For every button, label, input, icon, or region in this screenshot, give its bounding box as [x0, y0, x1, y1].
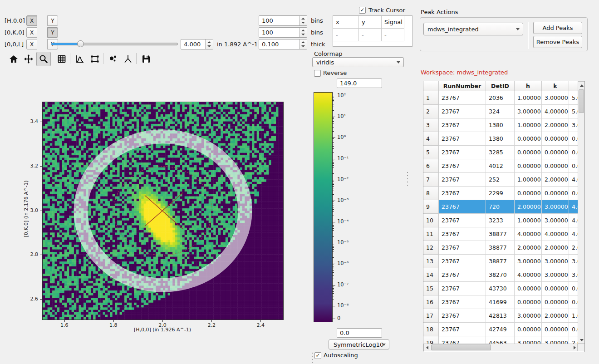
- spin-buttons[interactable]: [299, 16, 307, 25]
- scroll-up-arrow[interactable]: [580, 84, 584, 87]
- table-row[interactable]: 1723767428133.000002.000001.00000: [423, 309, 578, 323]
- peaks-table-body: 12376720361.000003.000005.00000223767324…: [423, 91, 578, 344]
- vertical-scrollbar[interactable]: [578, 81, 585, 344]
- slice-heatmap-plot[interactable]: [42, 102, 284, 320]
- dim-k-x-button[interactable]: X: [26, 27, 37, 38]
- row-number-cell: 7: [423, 173, 439, 187]
- h-column-header[interactable]: h: [515, 81, 542, 91]
- slice-value-spinbox[interactable]: 4.000: [181, 39, 213, 49]
- colorbar-minor-tick: [333, 167, 334, 167]
- l-cell: 0.00000: [569, 323, 578, 336]
- non-orthogonal-axes-button[interactable]: [106, 52, 120, 66]
- autoscaling-label: Autoscaling: [324, 352, 358, 359]
- detid-cell: 3233: [486, 214, 515, 227]
- slider-handle[interactable]: [77, 40, 84, 47]
- y-bins-spinbox[interactable]: 100: [259, 27, 307, 38]
- table-row[interactable]: 62376740120.000000.000000.00000: [423, 159, 578, 173]
- colorbar: [314, 92, 333, 322]
- table-row[interactable]: 52376732850.000000.000000.00000: [423, 146, 578, 159]
- table-row[interactable]: 42376713800.000000.000000.00000: [423, 132, 578, 146]
- bins-label: bins: [311, 17, 323, 24]
- row-number-cell: 17: [423, 309, 439, 323]
- table-row[interactable]: 1223767388772.000002.000002.00000: [423, 241, 578, 255]
- colormap-combobox[interactable]: viridis: [312, 57, 404, 67]
- save-button[interactable]: [139, 52, 153, 66]
- region-selection-button[interactable]: [88, 52, 102, 66]
- table-row[interactable]: 1123767388774.000004.000004.00000: [423, 227, 578, 241]
- detid-cell: 38877: [486, 241, 515, 255]
- home-button[interactable]: [6, 52, 21, 66]
- non-orthogonal-axes-icon: [108, 54, 118, 64]
- slice-slider[interactable]: [51, 43, 178, 45]
- horizontal-scroll-thumb[interactable]: [431, 344, 491, 350]
- track-cursor-label: Track Cursor: [368, 7, 405, 14]
- colorbar-minor-tick: [333, 163, 334, 164]
- table-row[interactable]: 1823767427490.000000.000000.00000: [423, 323, 578, 336]
- thickness-spinbox[interactable]: 0.100: [259, 39, 307, 49]
- colorbar-minor-tick: [333, 141, 334, 141]
- table-row[interactable]: 1923767445633.000003.000002.00000: [423, 336, 578, 344]
- colorbar-minor-tick: [333, 286, 334, 286]
- table-row[interactable]: 2237673243.000004.000005.00000: [423, 105, 578, 118]
- reverse-checkbox[interactable]: [314, 70, 321, 77]
- scroll-left-arrow[interactable]: [426, 346, 428, 349]
- table-row[interactable]: 1423767382704.000003.000003.00000: [423, 268, 578, 282]
- table-row[interactable]: 1323767388773.000003.000003.00000: [423, 255, 578, 268]
- peaks-overlay-button[interactable]: [121, 52, 135, 66]
- k-cell: 4.00000: [542, 227, 569, 241]
- dim-h-y-button[interactable]: Y: [47, 15, 58, 26]
- k-column-header[interactable]: k: [542, 81, 569, 91]
- dim-label-k: [0,K,0]: [5, 29, 24, 36]
- colorbar-minor-tick: [333, 183, 334, 183]
- k-cell: 4.00000: [542, 105, 569, 118]
- runnumber-cell: 23767: [439, 282, 486, 295]
- dim-h-x-button[interactable]: X: [26, 15, 37, 26]
- table-row[interactable]: 102376732331.000003.000004.00000: [423, 214, 578, 227]
- table-row[interactable]: 7237672521.000002.000004.00000: [423, 173, 578, 187]
- x-tickmark: [260, 320, 261, 322]
- table-row[interactable]: 1523767437300.000000.000000.00000: [423, 282, 578, 295]
- bins-label: bins: [311, 29, 323, 36]
- partial-column-header[interactable]: [569, 81, 578, 91]
- pan-button[interactable]: [21, 52, 36, 66]
- table-row[interactable]: 1623767416990.000000.000000.00000: [423, 295, 578, 309]
- k-cell: 3.00000: [542, 268, 569, 282]
- track-cursor-checkbox[interactable]: ✓: [359, 7, 366, 14]
- colorbar-minor-tick: [333, 128, 334, 128]
- x-bins-spinbox[interactable]: 100: [259, 15, 307, 26]
- table-row[interactable]: 82376722990.000000.000000.00000: [423, 187, 578, 200]
- table-row[interactable]: 32376713801.000002.000003.00000: [423, 118, 578, 132]
- colorbar-minor-tick: [333, 144, 334, 144]
- detid-column-header[interactable]: DetID: [486, 81, 515, 91]
- colorbar-max-input[interactable]: 149.0: [337, 79, 382, 88]
- colorbar-minor-tick: [333, 230, 334, 231]
- runnumber-column-header[interactable]: RunNumber: [439, 81, 486, 91]
- vertical-scroll-thumb[interactable]: [579, 89, 584, 113]
- dim-l-x-button[interactable]: X: [26, 39, 37, 49]
- zoom-button[interactable]: [36, 52, 51, 66]
- colorbar-minor-tick: [333, 102, 334, 102]
- runnumber-cell: 23767: [439, 309, 486, 323]
- spin-buttons[interactable]: [299, 39, 307, 49]
- line-plots-button[interactable]: [73, 52, 87, 66]
- remove-peaks-button[interactable]: Remove Peaks: [533, 36, 582, 48]
- grid-button[interactable]: [54, 52, 69, 66]
- spin-buttons[interactable]: [299, 28, 307, 37]
- add-peaks-button[interactable]: Add Peaks: [533, 22, 582, 34]
- scroll-right-arrow[interactable]: [574, 346, 576, 349]
- spin-buttons[interactable]: [205, 39, 213, 49]
- table-row[interactable]: 9237677202.000003.000004.00000: [423, 200, 578, 214]
- peaks-workspace-combobox[interactable]: mdws_integrated: [423, 23, 523, 35]
- table-row[interactable]: 12376720361.000003.000005.00000: [423, 91, 578, 105]
- colorbar-min-input[interactable]: 0.0: [337, 328, 382, 338]
- horizontal-scrollbar[interactable]: [423, 344, 578, 351]
- colorbar-minor-tick: [333, 118, 334, 118]
- scale-combobox[interactable]: SymmetricLog10: [329, 339, 389, 349]
- colormap-label: Colormap: [314, 50, 343, 57]
- colorbar-major-tick: [333, 201, 335, 201]
- row-number-cell: 11: [423, 227, 439, 241]
- scroll-down-arrow[interactable]: [580, 339, 584, 341]
- autoscaling-checkbox[interactable]: ✓: [314, 352, 321, 359]
- l-cell: 4.00000: [569, 200, 578, 214]
- dim-k-y-button[interactable]: Y: [47, 27, 58, 38]
